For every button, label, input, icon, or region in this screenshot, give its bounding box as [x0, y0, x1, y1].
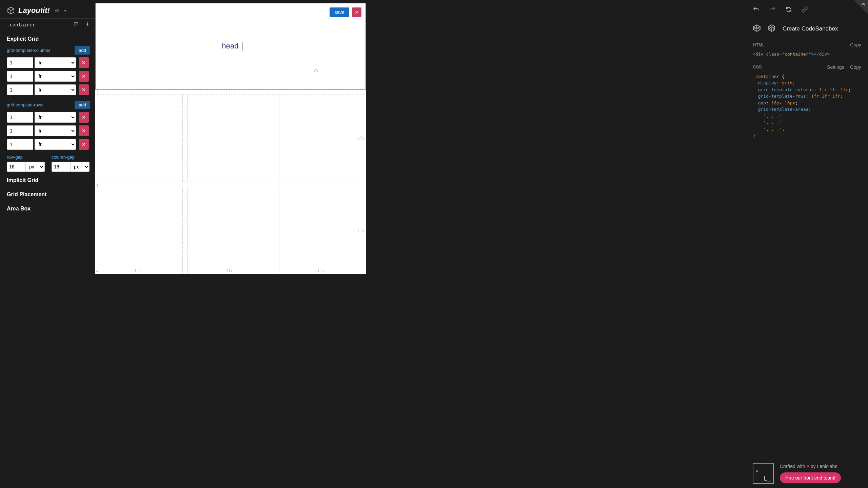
close-area-button[interactable]: ✕	[352, 7, 361, 17]
row1-unit-select[interactable]: fr	[35, 112, 76, 123]
col-size-2: 1fr	[226, 268, 233, 273]
column-track-1: fr ✕	[0, 56, 95, 69]
row1-delete-button[interactable]: ✕	[79, 112, 89, 123]
explicit-grid-header[interactable]: Explicit Grid	[0, 31, 95, 45]
app-version: v2	[55, 8, 59, 13]
chevron-down-icon[interactable]: ▾	[64, 8, 66, 13]
app-name: Layoutit!	[18, 6, 50, 15]
col-gap-unit-select[interactable]: px	[71, 162, 90, 172]
columns-label: grid-template-columns	[7, 48, 51, 53]
col1-value-input[interactable]	[7, 57, 33, 68]
col2-value-input[interactable]	[7, 71, 33, 82]
area-name-input[interactable]	[219, 42, 242, 50]
row-size-2: 1fr	[357, 136, 365, 141]
grid-canvas[interactable]: save ✕ 2 3 4 1fr 1fr 1fr 1fr 1fr	[95, 3, 366, 274]
selector-actions	[73, 21, 90, 28]
col2-delete-button[interactable]: ✕	[79, 71, 89, 82]
column-track-3: fr ✕	[0, 83, 95, 97]
area-box-section[interactable]: Area Box	[0, 202, 95, 216]
row-line-3: 3	[96, 184, 98, 188]
row2-unit-select[interactable]: fr	[35, 125, 76, 136]
plus-icon[interactable]	[85, 21, 90, 28]
logo-row: Layoutit! v2 ▾	[0, 0, 95, 18]
col1-delete-button[interactable]: ✕	[79, 57, 89, 68]
cube-icon	[7, 6, 15, 15]
grid-placement-section[interactable]: Grid Placement	[0, 187, 95, 202]
save-button[interactable]: save	[330, 7, 349, 17]
add-row-button[interactable]: add	[75, 101, 90, 109]
columns-prop-row: grid-template-columns add	[0, 45, 95, 56]
row-gap-unit-select[interactable]: px	[26, 162, 45, 172]
row-line-2: 2	[96, 91, 98, 95]
row1-value-input[interactable]	[7, 112, 33, 123]
row3-delete-button[interactable]: ✕	[79, 139, 89, 150]
row2-value-input[interactable]	[7, 125, 33, 136]
col1-unit-select[interactable]: fr	[35, 57, 76, 68]
add-column-button[interactable]: add	[75, 46, 90, 55]
col-gap-group: column-gap px	[52, 155, 90, 172]
rows-label: grid-template-rows	[7, 102, 43, 107]
column-track-2: fr ✕	[0, 69, 95, 83]
row3-value-input[interactable]	[7, 139, 33, 150]
rows-prop-row: grid-template-rows add	[0, 99, 95, 110]
col3-value-input[interactable]	[7, 84, 33, 95]
selected-grid-area[interactable]: save ✕	[95, 3, 366, 89]
gap-row: row-gap px column-gap px	[0, 151, 95, 173]
selector-label[interactable]: .container	[7, 22, 35, 27]
row-track-3: fr ✕	[0, 138, 95, 151]
row-track-1: fr ✕	[0, 110, 95, 124]
row-gap-value-input[interactable]	[7, 162, 26, 172]
implicit-grid-section[interactable]: Implicit Grid	[0, 173, 95, 187]
row-size-3: 1fr	[357, 228, 365, 233]
selector-row: .container	[0, 18, 95, 31]
row-track-2: fr ✕	[0, 124, 95, 138]
col-size-1: 1fr	[134, 268, 142, 273]
col3-delete-button[interactable]: ✕	[79, 84, 89, 95]
trash-icon[interactable]	[73, 21, 79, 28]
col-gap-label: column-gap	[52, 155, 90, 160]
col2-unit-select[interactable]: fr	[35, 71, 76, 82]
col-size-3: 1fr	[317, 268, 325, 273]
row2-delete-button[interactable]: ✕	[79, 125, 89, 136]
left-sidebar: Layoutit! v2 ▾ .container Explicit Grid …	[0, 0, 95, 277]
col3-unit-select[interactable]: fr	[35, 84, 76, 95]
row-gap-label: row-gap	[7, 155, 45, 160]
row-gap-band-2	[95, 182, 366, 187]
row-gap-band-1	[95, 89, 366, 95]
row-line-4: 4	[96, 269, 98, 273]
col-gap-value-input[interactable]	[52, 162, 71, 172]
row3-unit-select[interactable]: fr	[35, 139, 76, 150]
row-gap-group: row-gap px	[7, 155, 45, 172]
